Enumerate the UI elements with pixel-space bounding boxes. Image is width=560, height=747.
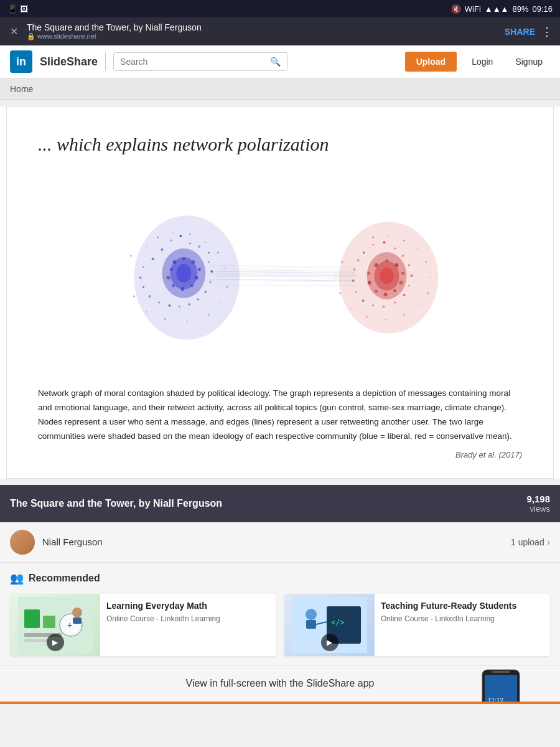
breadcrumb-bar: Home	[0, 78, 560, 100]
close-tab-button[interactable]: ✕	[7, 23, 21, 40]
svg-point-48	[157, 237, 159, 238]
play-button-1[interactable]: ▶	[47, 634, 64, 651]
clock: 09:16	[532, 4, 553, 14]
svg-point-43	[223, 268, 225, 269]
svg-point-126	[306, 609, 317, 620]
breadcrumb-home[interactable]: Home	[10, 84, 33, 94]
svg-point-49	[146, 246, 147, 247]
svg-point-14	[179, 306, 180, 308]
network-visualization	[38, 175, 522, 374]
presentation-title: The Square and the Tower, by Niall Fergu…	[10, 498, 222, 509]
svg-point-16	[197, 298, 199, 300]
svg-point-37	[146, 311, 147, 312]
svg-point-88	[418, 305, 419, 306]
svg-text:</>: </>	[331, 618, 345, 627]
browser-chrome: ✕ The Square and the Tower, by Niall Fer…	[0, 17, 560, 45]
svg-point-41	[220, 302, 222, 303]
svg-point-82	[335, 277, 337, 278]
svg-point-84	[351, 308, 352, 309]
svg-point-93	[403, 240, 405, 242]
status-icons: 📱 🖼	[7, 4, 28, 14]
search-icon[interactable]: 🔍	[270, 57, 281, 67]
author-name[interactable]: Niall Ferguson	[42, 537, 511, 547]
login-button[interactable]: Login	[464, 52, 500, 72]
svg-point-94	[388, 235, 390, 236]
share-button[interactable]: SHARE	[505, 27, 535, 37]
svg-point-6	[208, 252, 210, 254]
svg-point-12	[158, 301, 160, 303]
rec-thumbnail-1: + ▶	[10, 594, 100, 656]
svg-point-3	[179, 235, 182, 237]
svg-point-87	[403, 314, 405, 316]
svg-point-8	[142, 266, 144, 268]
svg-point-17	[204, 291, 207, 293]
search-box[interactable]: 🔍	[113, 52, 287, 71]
wifi-icon: WiFi	[465, 4, 481, 14]
arrow-icon: ›	[547, 537, 550, 548]
svg-rect-127	[306, 620, 316, 629]
rec-subtitle-1: Online Course - LinkedIn Learning	[106, 614, 269, 623]
svg-point-7	[152, 258, 154, 260]
svg-point-36	[133, 295, 135, 297]
author-avatar	[10, 530, 35, 555]
svg-point-15	[188, 303, 190, 306]
views-count: 9,198	[526, 494, 550, 504]
svg-point-80	[380, 268, 394, 284]
svg-point-56	[408, 265, 410, 266]
rec-card-1[interactable]: + ▶ Learning Everyday Math Online Course…	[10, 594, 276, 656]
svg-point-33	[176, 264, 191, 283]
svg-point-58	[408, 284, 410, 286]
views-info: 9,198 views	[526, 494, 550, 514]
slideshare-brand[interactable]: SlideShare	[40, 55, 98, 68]
phone-svg: 11:12	[479, 669, 523, 702]
recommended-icon: 👥	[10, 571, 24, 585]
svg-point-2	[170, 240, 172, 242]
bottom-bar	[0, 702, 560, 704]
svg-point-40	[208, 314, 210, 316]
svg-point-51	[363, 251, 365, 254]
app-promo: View in full-screen with the SlideShare …	[0, 665, 560, 702]
app-promo-phone: 11:12	[479, 669, 523, 702]
svg-point-55	[401, 255, 404, 257]
recommended-grid: + ▶ Learning Everyday Math Online Course…	[10, 594, 550, 656]
recommended-label: Recommended	[29, 573, 100, 584]
svg-point-85	[366, 316, 368, 317]
play-button-2[interactable]: ▶	[321, 634, 338, 651]
svg-point-54	[394, 248, 396, 250]
mute-icon: 🔇	[451, 4, 461, 14]
svg-point-64	[355, 291, 357, 293]
more-button[interactable]: ⋮	[541, 25, 553, 39]
svg-rect-122	[24, 639, 49, 642]
status-bar-right: 🔇 WiFi ▲▲▲ 89% 09:16	[451, 4, 553, 14]
author-bar: Niall Ferguson 1 upload ›	[0, 522, 560, 563]
upload-count[interactable]: 1 upload	[511, 537, 544, 547]
rec-card-2[interactable]: </> ▶ Teaching Future-Ready Students Onl…	[284, 594, 550, 656]
tab-url: 🔒 www.slideshare.net	[27, 32, 498, 40]
svg-line-115	[219, 270, 356, 271]
search-input[interactable]	[120, 57, 270, 67]
svg-point-86	[385, 319, 386, 321]
svg-rect-118	[43, 616, 55, 628]
app-promo-text: View in full-screen with the SlideShare …	[10, 678, 550, 689]
rec-subtitle-2: Online Course - LinkedIn Learning	[381, 614, 544, 623]
svg-point-34	[130, 255, 132, 257]
views-label: views	[526, 504, 550, 514]
svg-point-46	[189, 233, 191, 235]
svg-point-18	[210, 281, 212, 283]
svg-point-63	[362, 299, 365, 302]
svg-point-42	[226, 286, 228, 288]
signup-button[interactable]: Signup	[508, 52, 550, 72]
upload-button[interactable]: Upload	[405, 52, 457, 72]
linkedin-logo: in	[10, 50, 32, 73]
rec-thumbnail-2: </> ▶	[284, 594, 375, 656]
svg-point-38	[164, 318, 166, 320]
recommended-section: 👥 Recommended +	[0, 563, 560, 665]
network-svg	[38, 175, 522, 374]
slide-title: ... which explains network polarization	[38, 132, 522, 156]
presentation-info-bar: The Square and the Tower, by Niall Fergu…	[0, 485, 560, 522]
avatar-image	[10, 530, 35, 555]
slide-caption: Network graph of moral contagion shaded …	[38, 387, 522, 444]
svg-point-95	[372, 237, 374, 238]
rec-title-1: Learning Everyday Math	[106, 600, 269, 611]
svg-point-89	[427, 292, 429, 294]
